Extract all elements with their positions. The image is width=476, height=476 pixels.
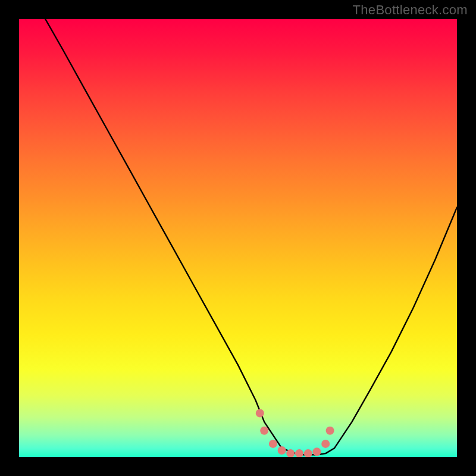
bottleneck-curve — [45, 19, 457, 455]
valley-marker — [256, 409, 264, 417]
chart-svg — [19, 19, 457, 457]
watermark-label: TheBottleneck.com — [353, 2, 468, 18]
plot-area — [19, 19, 457, 457]
valley-markers — [256, 409, 334, 457]
valley-marker — [295, 449, 303, 457]
valley-marker — [304, 449, 312, 457]
curve-line — [45, 19, 457, 455]
chart-frame: TheBottleneck.com — [0, 0, 476, 476]
valley-marker — [313, 447, 321, 456]
valley-marker — [278, 446, 286, 455]
valley-marker — [269, 440, 277, 448]
valley-marker — [321, 440, 330, 448]
valley-marker — [326, 427, 334, 435]
valley-marker — [260, 427, 268, 435]
